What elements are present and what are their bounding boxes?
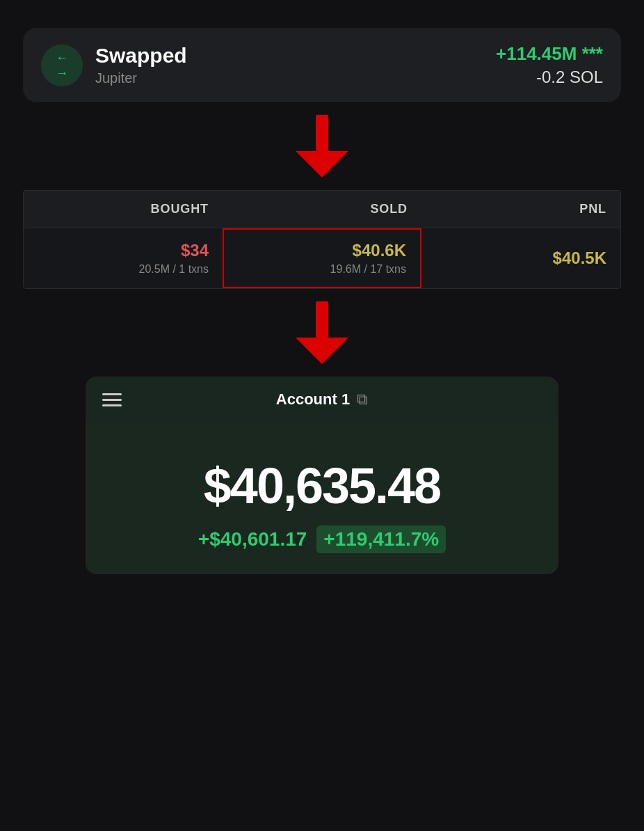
bought-cell: $34 20.5M / 1 txns	[24, 228, 223, 288]
swap-subtitle: Jupiter	[95, 70, 187, 86]
bought-secondary: 20.5M / 1 txns	[139, 263, 209, 276]
gain-percent: +119,411.7%	[323, 528, 439, 550]
account-gains-row: +$40,601.17 +119,411.7%	[106, 525, 538, 553]
svg-marker-3	[296, 338, 348, 364]
svg-rect-0	[316, 115, 328, 151]
swap-card-right: +114.45M *** -0.2 SOL	[496, 43, 603, 87]
gain-dollar: +$40,601.17	[198, 528, 307, 551]
hamburger-line-3	[102, 404, 122, 406]
sold-primary: $40.6K	[353, 241, 406, 260]
header-pnl: PNL	[421, 191, 620, 228]
red-arrow-down-1	[296, 115, 348, 177]
swap-value-positive: +114.45M ***	[496, 43, 603, 65]
arrow-right-icon: →	[56, 67, 68, 79]
hamburger-line-2	[102, 399, 122, 401]
bought-primary: $34	[181, 241, 209, 260]
swap-title: Swapped	[95, 44, 187, 68]
svg-rect-2	[316, 301, 328, 338]
red-arrow-down-2	[296, 301, 348, 364]
header-bought: BOUGHT	[24, 191, 223, 228]
table-header: BOUGHT SOLD PNL	[24, 191, 620, 228]
swap-info: Swapped Jupiter	[95, 44, 187, 86]
sold-secondary: 19.6M / 17 txns	[330, 263, 406, 276]
copy-icon[interactable]: ⧉	[357, 390, 368, 409]
account-title-container: Account 1 ⧉	[276, 390, 368, 409]
trading-table: BOUGHT SOLD PNL $34 20.5M / 1 txns $40.6…	[23, 190, 621, 289]
arrow-indicator-2	[296, 301, 348, 364]
account-card: Account 1 ⧉ $40,635.48 +$40,601.17 +119,…	[86, 377, 558, 574]
arrow-indicator-1	[296, 115, 348, 177]
hamburger-line-1	[102, 393, 122, 395]
swap-card: ← → Swapped Jupiter +114.45M *** -0.2 SO…	[23, 28, 621, 102]
pnl-primary: $40.5K	[553, 248, 606, 268]
arrow-left-icon: ←	[56, 52, 68, 64]
swap-card-left: ← → Swapped Jupiter	[41, 44, 187, 86]
swap-value-negative: -0.2 SOL	[496, 68, 603, 87]
hamburger-menu[interactable]	[102, 393, 122, 406]
account-header: Account 1 ⧉	[86, 377, 558, 422]
swap-icon-circle: ← →	[41, 45, 83, 86]
pnl-cell: $40.5K	[421, 228, 620, 288]
gain-percent-badge: +119,411.7%	[316, 525, 446, 553]
sold-cell: $40.6K 19.6M / 17 txns	[223, 228, 421, 288]
account-balance: $40,635.48	[106, 457, 538, 514]
account-title: Account 1	[276, 390, 350, 409]
account-balance-container: $40,635.48 +$40,601.17 +119,411.7%	[86, 422, 558, 574]
svg-marker-1	[296, 151, 348, 177]
table-row: $34 20.5M / 1 txns $40.6K 19.6M / 17 txn…	[24, 228, 620, 288]
header-sold: SOLD	[223, 191, 421, 228]
